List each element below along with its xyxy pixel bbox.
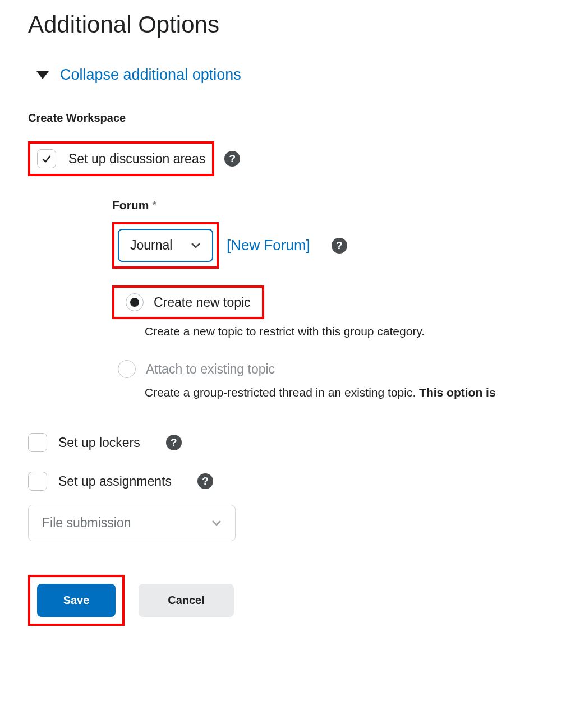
forum-section: Forum * Journal [New Forum] ? Create new…	[112, 199, 552, 399]
create-workspace-label: Create Workspace	[28, 112, 552, 125]
save-button[interactable]: Save	[37, 584, 116, 617]
create-new-topic-label: Create new topic	[154, 295, 251, 310]
button-row: Save Cancel	[28, 575, 552, 626]
forum-dropdown-value: Journal	[130, 238, 172, 253]
forum-dropdown[interactable]: Journal	[118, 229, 213, 262]
attach-existing-topic-radio[interactable]	[118, 360, 136, 378]
lockers-label: Set up lockers	[58, 435, 140, 450]
assignments-checkbox[interactable]	[28, 472, 47, 491]
attach-existing-topic-desc: Create a group-restricted thread in an e…	[145, 386, 552, 399]
highlight-create-topic: Create new topic	[112, 285, 264, 319]
help-icon[interactable]: ?	[166, 435, 182, 450]
discussion-areas-checkbox[interactable]	[37, 149, 56, 168]
cancel-button[interactable]: Cancel	[139, 584, 234, 617]
assignments-label: Set up assignments	[58, 474, 172, 489]
highlight-forum-dropdown: Journal	[112, 222, 219, 269]
help-icon[interactable]: ?	[197, 473, 213, 489]
highlight-discussion-areas: Set up discussion areas	[28, 141, 214, 176]
lockers-checkbox[interactable]	[28, 433, 47, 452]
collapse-link[interactable]: Collapse additional options	[60, 66, 241, 84]
assignment-type-dropdown[interactable]: File submission	[28, 505, 236, 541]
chevron-down-icon	[191, 242, 201, 249]
assignment-type-value: File submission	[42, 515, 131, 531]
chevron-down-icon	[211, 520, 222, 527]
svg-marker-0	[36, 71, 49, 79]
discussion-areas-label: Set up discussion areas	[68, 151, 205, 167]
forum-label: Forum *	[112, 199, 552, 212]
highlight-save-button: Save	[28, 575, 125, 626]
create-new-topic-radio[interactable]	[126, 293, 144, 311]
page-title: Additional Options	[28, 11, 552, 38]
help-icon[interactable]: ?	[332, 238, 347, 254]
attach-existing-topic-label: Attach to existing topic	[146, 362, 275, 377]
collapse-toggle-row[interactable]: Collapse additional options	[28, 66, 552, 84]
chevron-down-icon	[36, 71, 49, 79]
create-new-topic-desc: Create a new topic to restrict with this…	[145, 325, 552, 338]
new-forum-link[interactable]: [New Forum]	[227, 237, 310, 254]
help-icon[interactable]: ?	[224, 151, 240, 167]
